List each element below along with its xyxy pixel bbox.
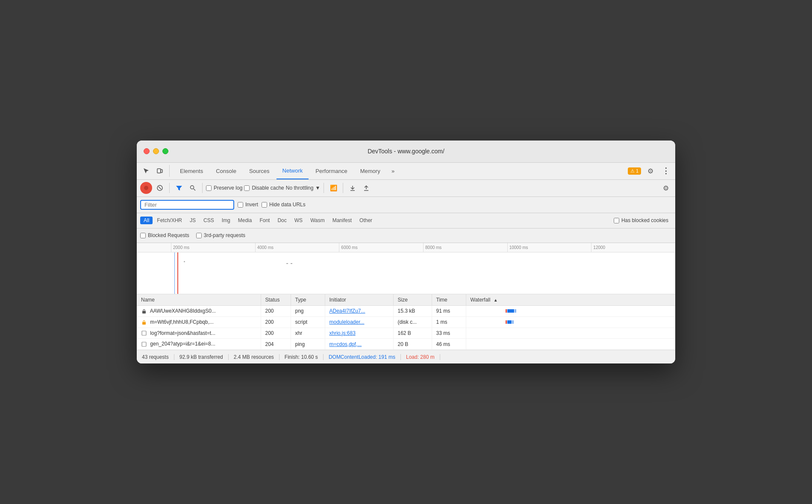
has-blocked-cookies-label[interactable]: Has blocked cookies bbox=[614, 217, 668, 223]
row-size: (disk c... bbox=[393, 316, 432, 328]
th-time[interactable]: Time bbox=[432, 294, 466, 306]
import-button[interactable] bbox=[347, 182, 359, 194]
filter-type-js[interactable]: JS bbox=[186, 217, 199, 224]
tab-sources[interactable]: Sources bbox=[243, 162, 276, 179]
preserve-log-checkbox[interactable] bbox=[206, 185, 212, 191]
close-button[interactable] bbox=[144, 148, 150, 154]
titlebar: DevTools - www.google.com/ bbox=[137, 141, 675, 163]
search-button[interactable] bbox=[187, 182, 199, 194]
row-initiator: xhrio.js:683 bbox=[325, 328, 393, 339]
th-status[interactable]: Status bbox=[261, 294, 291, 306]
more-tabs-button[interactable]: » bbox=[387, 165, 399, 177]
third-party-label[interactable]: 3rd-party requests bbox=[196, 232, 245, 238]
maximize-button[interactable] bbox=[162, 148, 168, 154]
row-name: m=Wt6vjf,hhhU8,FCpbqb,... bbox=[137, 316, 261, 328]
settings-button[interactable]: ⚙ bbox=[644, 165, 656, 177]
filter-bar: Invert Hide data URLs bbox=[137, 197, 675, 213]
wf-blue-2 bbox=[507, 320, 512, 324]
table-row[interactable]: AAWUweXANHG8IddxgS0... 200 png ADea4I7If… bbox=[137, 305, 675, 316]
filter-input[interactable] bbox=[144, 202, 230, 208]
divider-3 bbox=[324, 183, 324, 193]
resources-size: 2.4 MB resources bbox=[229, 354, 279, 360]
hide-data-urls-label[interactable]: Hide data URLs bbox=[262, 202, 306, 208]
waterfall-bar bbox=[471, 342, 671, 347]
th-name[interactable]: Name bbox=[137, 294, 261, 306]
timeline-area: 2000 ms 4000 ms 6000 ms 8000 ms 10000 ms… bbox=[137, 243, 675, 294]
row-name: gen_204?atyp=i&r=1&ei=8... bbox=[137, 339, 261, 350]
has-blocked-cookies-checkbox[interactable] bbox=[614, 218, 619, 223]
lock-icon bbox=[141, 308, 147, 314]
settings-icon: ⚙ bbox=[663, 184, 669, 192]
timeline-ruler: 2000 ms 4000 ms 6000 ms 8000 ms 10000 ms… bbox=[137, 243, 675, 252]
th-initiator[interactable]: Initiator bbox=[325, 294, 393, 306]
svg-rect-0 bbox=[157, 169, 161, 173]
invert-label[interactable]: Invert bbox=[238, 202, 258, 208]
notification-badge[interactable]: ⚠ 1 bbox=[628, 167, 641, 175]
row-size: 20 B bbox=[393, 339, 432, 350]
filter-type-all[interactable]: All bbox=[140, 217, 153, 224]
th-size[interactable]: Size bbox=[393, 294, 432, 306]
tab-elements[interactable]: Elements bbox=[174, 162, 209, 179]
timeline-line-red bbox=[177, 252, 178, 294]
hide-data-urls-checkbox[interactable] bbox=[262, 202, 267, 208]
row-initiator: m=cdos,dpf,... bbox=[325, 339, 393, 350]
filter-type-doc[interactable]: Doc bbox=[274, 217, 290, 224]
timeline-line-blue bbox=[174, 252, 175, 294]
third-party-checkbox[interactable] bbox=[196, 233, 202, 238]
row-waterfall bbox=[466, 339, 675, 350]
filter-type-img[interactable]: Img bbox=[218, 217, 234, 224]
blocked-requests-checkbox[interactable] bbox=[140, 233, 146, 238]
minimize-button[interactable] bbox=[153, 148, 159, 154]
row-status: 200 bbox=[261, 328, 291, 339]
filter-type-manifest[interactable]: Manifest bbox=[329, 217, 355, 224]
row-type: xhr bbox=[291, 328, 325, 339]
invert-checkbox[interactable] bbox=[238, 202, 243, 208]
disable-cache-checkbox[interactable] bbox=[244, 185, 250, 191]
filter-type-ws[interactable]: WS bbox=[291, 217, 306, 224]
filter-type-font[interactable]: Font bbox=[256, 217, 273, 224]
filter-type-other[interactable]: Other bbox=[356, 217, 376, 224]
divider-2 bbox=[202, 183, 203, 193]
disable-cache-label[interactable]: Disable cache bbox=[244, 185, 284, 191]
finish-time: Finish: 10.60 s bbox=[279, 354, 324, 360]
filter-type-wasm[interactable]: Wasm bbox=[307, 217, 328, 224]
wifi-icon: 📶 bbox=[330, 185, 337, 191]
cursor-icon[interactable] bbox=[140, 165, 152, 177]
timeline-dot-1 bbox=[184, 261, 185, 262]
ruler-spacer bbox=[137, 243, 171, 252]
row-time: 33 ms bbox=[432, 328, 466, 339]
load-time: Load: 280 m bbox=[401, 354, 440, 360]
table-row[interactable]: gen_204?atyp=i&r=1&ei=8... 204 ping m=cd… bbox=[137, 339, 675, 350]
filter-types-right: Has blocked cookies bbox=[614, 217, 672, 223]
export-button[interactable] bbox=[360, 182, 372, 194]
filter-icon-button[interactable] bbox=[173, 182, 185, 194]
requests-count: 43 requests bbox=[142, 354, 174, 360]
throttle-selector[interactable]: No throttling ▼ bbox=[286, 185, 321, 191]
filter-type-xhr[interactable]: Fetch/XHR bbox=[153, 217, 185, 224]
tab-memory[interactable]: Memory bbox=[354, 162, 386, 179]
device-icon[interactable] bbox=[154, 165, 166, 177]
filter-type-media[interactable]: Media bbox=[235, 217, 256, 224]
svg-rect-1 bbox=[161, 170, 162, 173]
record-button[interactable] bbox=[140, 182, 152, 194]
tab-performance[interactable]: Performance bbox=[309, 162, 353, 179]
preserve-log-label[interactable]: Preserve log bbox=[206, 185, 242, 191]
table-row[interactable]: m=Wt6vjf,hhhU8,FCpbqb,... 200 script mod… bbox=[137, 316, 675, 328]
menu-button[interactable]: ⋮ bbox=[660, 165, 672, 177]
th-type[interactable]: Type bbox=[291, 294, 325, 306]
checkbox-icon bbox=[141, 330, 147, 336]
devtools-window: DevTools - www.google.com/ Elements Cons… bbox=[137, 141, 675, 363]
tab-console[interactable]: Console bbox=[210, 162, 242, 179]
wifi-icon-button[interactable]: 📶 bbox=[327, 182, 339, 194]
th-waterfall[interactable]: Waterfall ▲ bbox=[466, 294, 675, 306]
tabs-bar: Elements Console Sources Network Perform… bbox=[137, 163, 675, 180]
network-settings-button[interactable]: ⚙ bbox=[660, 182, 672, 194]
blocked-requests-label[interactable]: Blocked Requests bbox=[140, 232, 189, 238]
wf-blue-1b bbox=[515, 309, 516, 313]
record-dot bbox=[144, 186, 148, 190]
tab-network[interactable]: Network bbox=[277, 162, 309, 179]
waterfall-bar bbox=[471, 308, 671, 314]
filter-type-css[interactable]: CSS bbox=[200, 217, 218, 224]
table-row[interactable]: log?format=json&hasfast=t... 200 xhr xhr… bbox=[137, 328, 675, 339]
clear-button[interactable] bbox=[154, 182, 166, 194]
